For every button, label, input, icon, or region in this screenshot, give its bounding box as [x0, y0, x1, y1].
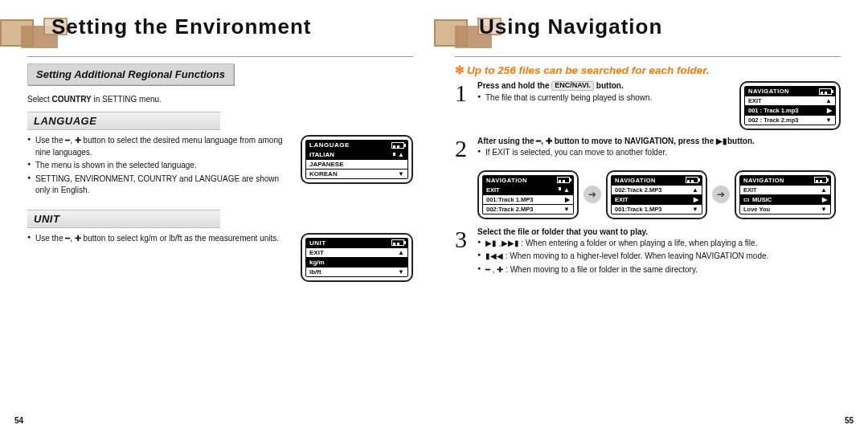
- lcd-language: LANGUAGE ITALIAN▲ JAPANESE KOREAN▼: [301, 135, 413, 184]
- unit-b1: Use the ━, ✚ button to select kg/m or lb…: [27, 233, 293, 245]
- step3-b3: ━ , ✚ : When moving to a file or folder …: [477, 264, 841, 276]
- minus-icon: ━: [65, 234, 70, 243]
- lang-b1: Use the ━, ✚ button to select the desire…: [27, 135, 293, 158]
- manual-spread: Setting the Environment Setting Addition…: [0, 0, 868, 433]
- plus-icon: ✚: [75, 136, 81, 145]
- step-number: 2: [455, 137, 471, 164]
- lcd-nav-b: NAVIGATION 002:Track 2.MP3▲ EXIT▶ 001:Tr…: [606, 170, 707, 219]
- step-number: 3: [455, 227, 471, 281]
- screens-row: NAVIGATION EXIT▲ 001:Track 1.MP3▶ 002:Tr…: [477, 170, 841, 219]
- lcd-nav-a: NAVIGATION EXIT▲ 001:Track 1.MP3▶ 002:Tr…: [477, 170, 579, 219]
- step-number: 1: [455, 81, 471, 130]
- step-2: 2 After using the ━, ✚ button to move to…: [455, 137, 841, 164]
- play-icon: ▶▮: [716, 137, 727, 145]
- lang-b3: SETTING, ENVIRONMENT, COUNTRY and LANGUA…: [27, 174, 293, 197]
- page-title: Setting the Environment: [27, 14, 413, 39]
- folder-icon: ▭: [743, 196, 750, 203]
- page-title: Using Navigation: [455, 14, 841, 39]
- step-3: 3 Select the file or folder that you wan…: [455, 227, 841, 281]
- select-country-note: Select COUNTRY in SETTING menu.: [27, 95, 413, 104]
- minus-icon: ━: [65, 136, 70, 145]
- ffwd-icon: ▶▶▮: [502, 239, 519, 247]
- region-banner: Setting Additional Regional Functions: [27, 63, 234, 85]
- plus-icon: ✚: [546, 137, 552, 145]
- steps: 1 Press and hold the ENC/NAVI. button. T…: [455, 81, 841, 280]
- arrow-right-icon: ➔: [583, 186, 601, 203]
- lang-b2: The menu is shown in the selected langua…: [27, 160, 293, 172]
- step2-lead: After using the ━, ✚ button to move to N…: [477, 137, 841, 145]
- page-left: Setting the Environment Setting Addition…: [0, 0, 434, 433]
- page-number-right: 55: [845, 416, 854, 425]
- note-pre: Select: [27, 95, 52, 104]
- arrow-right-icon: ➔: [712, 186, 730, 203]
- battery-icon: [391, 142, 404, 149]
- subhead-language: LANGUAGE: [27, 112, 220, 130]
- page-number-left: 54: [14, 416, 23, 425]
- step3-lead: Select the file or folder that you want …: [477, 227, 841, 236]
- unit-bullets: Use the ━, ✚ button to select kg/m or lb…: [27, 233, 293, 245]
- language-block: Use the ━, ✚ button to select the desire…: [27, 135, 413, 202]
- step2-b1: If EXIT is selected, you can move to ano…: [477, 147, 841, 159]
- battery-icon: [391, 239, 404, 246]
- rwd-icon: ▮◀◀: [485, 251, 503, 260]
- note-bold: COUNTRY: [52, 95, 92, 104]
- language-bullets: Use the ━, ✚ button to select the desire…: [27, 135, 293, 197]
- lcd-nav-c: NAVIGATION EXIT▲ ▭MUSIC▶ Love You▼: [735, 170, 836, 219]
- minus-icon: ━: [536, 137, 541, 145]
- step3-b1: ▶▮ ,▶▶▮ : When entering a folder or when…: [477, 238, 841, 250]
- title-rule: [455, 56, 841, 57]
- orange-callout: ✻Up to 256 files can be searched for eac…: [455, 63, 841, 76]
- note-post: in SETTING menu.: [92, 95, 162, 104]
- plus-icon: ✚: [75, 234, 81, 243]
- subhead-unit: UNIT: [27, 210, 220, 228]
- step1-b1: The file that is currently being played …: [477, 92, 733, 104]
- title-rule: [27, 56, 413, 57]
- minus-icon: ━: [485, 265, 490, 274]
- unit-block: Use the ━, ✚ button to select kg/m or lb…: [27, 233, 413, 282]
- lcd-nav1: NAVIGATION EXIT▲ 001 : Track 1.mp3▶ 002 …: [739, 81, 841, 130]
- step3-b2: ▮◀◀ : When moving to a higher-level fold…: [477, 251, 841, 263]
- asterisk-icon: ✻: [455, 64, 465, 76]
- down-arrow-icon: ▼: [398, 268, 404, 276]
- up-arrow-icon: ▲: [398, 249, 404, 256]
- enc-navi-button: ENC/NAVI.: [551, 81, 594, 91]
- title-wrap: Using Navigation: [455, 14, 841, 51]
- page-right: Using Navigation ✻Up to 256 files can be…: [434, 0, 868, 433]
- step1-lead: Press and hold the ENC/NAVI. button.: [477, 81, 733, 91]
- up-arrow-icon: ▲: [398, 151, 404, 158]
- battery-icon: [819, 88, 832, 95]
- lcd-unit: UNIT EXIT▲ kg/m lb/ft▼: [301, 233, 413, 282]
- play-icon: ▶▮: [485, 239, 497, 247]
- down-arrow-icon: ▼: [398, 170, 404, 178]
- step-1: 1 Press and hold the ENC/NAVI. button. T…: [455, 81, 841, 130]
- title-wrap: Setting the Environment: [27, 14, 413, 51]
